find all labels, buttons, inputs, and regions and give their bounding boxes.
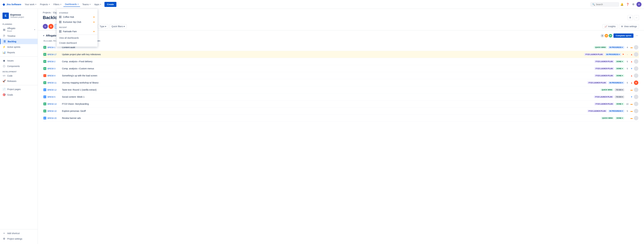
- story-points: 10: [626, 103, 629, 105]
- sidebar-item-issues[interactable]: ◉ Issues: [0, 58, 38, 63]
- status-tag[interactable]: IN PROGRESS ▾: [605, 53, 621, 56]
- view-all-dashboards-link[interactable]: View all dashboards: [57, 35, 98, 40]
- issue-key: BREW-20: [48, 117, 60, 119]
- issue-row[interactable]: S BREW-14 FY23 Vision: Storyboarding FY2…: [43, 100, 639, 108]
- sidebar-item-goals[interactable]: 🎯 Goals: [0, 92, 38, 97]
- status-tag[interactable]: DONE ▾: [615, 74, 624, 77]
- status-tag[interactable]: DONE ▾: [615, 117, 624, 119]
- status-tag[interactable]: IN PROGRESS ▾: [608, 81, 624, 84]
- issue-row[interactable]: ✓ BREW-20 Review banner ads QUICK WINS D…: [43, 115, 639, 122]
- sidebar-item-project-pages[interactable]: 📄 Project pages: [0, 86, 38, 92]
- issue-summary: Journey mapping workshop w/ Beanz: [62, 81, 586, 84]
- issue-row[interactable]: S BREW-11 Journey mapping workshop w/ Be…: [43, 79, 639, 86]
- epic-tag: FY23 LAUNCH PLAN: [594, 96, 614, 98]
- app-logo[interactable]: ◆ Jira Software: [2, 2, 21, 6]
- chevron-down-icon: ▾: [90, 3, 90, 5]
- status-tag[interactable]: DONE ▾: [615, 67, 624, 70]
- type-filter-button[interactable]: Type ▾: [98, 24, 108, 29]
- assignee-avatar: [634, 59, 638, 64]
- quick-filters-button[interactable]: Quick filters ▾: [110, 24, 127, 29]
- create-button[interactable]: Create: [104, 2, 116, 7]
- notifications-button[interactable]: 🔔: [620, 2, 624, 7]
- issue-summary: Content audit: [62, 46, 592, 49]
- sprint-goal: As a user, I'm able to jump on..., and p…: [43, 40, 639, 42]
- status-tag[interactable]: IN PROGRESS ▾: [608, 110, 624, 112]
- dashboard-item-exclusive-sip[interactable]: Exclusive Sip Club ★: [57, 19, 98, 24]
- project-icon: E: [2, 12, 9, 19]
- breadcrumb-projects[interactable]: Projects: [43, 11, 51, 14]
- jira-icon: ◆: [2, 2, 5, 6]
- sidebar-item-code[interactable]: </> Code: [0, 73, 38, 78]
- settings-icon: ⚙: [2, 237, 6, 240]
- nav-apps[interactable]: Apps ▾: [93, 2, 102, 6]
- issue-row[interactable]: S BREW-2 Comp. analysis—Food delivery FY…: [43, 58, 639, 65]
- nav-dashboards[interactable]: Dashboards ▾: [64, 2, 80, 7]
- status-tag[interactable]: DONE ▾: [615, 60, 624, 63]
- issue-row[interactable]: ✓ BREW-5 Social content: Week 1 FY23 LAU…: [43, 93, 639, 100]
- create-dashboard-link[interactable]: Create dashboard: [57, 40, 98, 45]
- issue-row[interactable]: S BREW-1 Content audit QUICK WINS IN PRO…: [43, 44, 639, 51]
- priority-icon: ▲: [630, 53, 633, 56]
- chevron-down-icon: ▾: [78, 3, 78, 5]
- insights-button[interactable]: 📈 Insights: [602, 24, 618, 29]
- status-tag[interactable]: TO DO ▾: [615, 88, 624, 91]
- settings-button[interactable]: ⚙: [631, 2, 636, 7]
- issue-row[interactable]: S BREW-17 Update project plan with key m…: [43, 51, 639, 58]
- filter-avatar-2[interactable]: B: [48, 24, 54, 29]
- assignee-avatar: [634, 109, 638, 113]
- issue-row[interactable]: S BREW-3 Comp. analysis—Custom menus FY2…: [43, 65, 639, 72]
- epic-tag: QUICK WINS: [600, 88, 614, 91]
- issue-key: BREW-2: [48, 60, 60, 63]
- star-icon: ★: [93, 16, 95, 18]
- sidebar-item-affogato[interactable]: ▤ AffogatoBoard ▾: [0, 26, 38, 33]
- sidebar-item-releases[interactable]: 🚀 Releases: [0, 78, 38, 84]
- sidebar-item-components[interactable]: ⬡ Components: [0, 63, 38, 69]
- issue-row[interactable]: ✓ BREW-12 Taste test: Round 1 (vanilla e…: [43, 86, 639, 93]
- sidebar-item-timeline[interactable]: ⏱ Timeline: [0, 33, 38, 39]
- chevron-down-icon: ▾: [36, 3, 36, 5]
- issue-key: BREW-11: [48, 82, 60, 84]
- priority-icon: ▼: [630, 67, 633, 70]
- sprint-more-button[interactable]: ···: [635, 34, 639, 37]
- search-bar[interactable]: 🔍: [590, 2, 619, 6]
- dashboard-item-fairtrade[interactable]: Fairtrade Fam ★: [57, 29, 98, 34]
- complete-sprint-button[interactable]: Complete sprint: [614, 33, 634, 38]
- sprint-collapse-icon[interactable]: ▼: [43, 34, 45, 37]
- more-button[interactable]: ···: [634, 15, 639, 20]
- nav-projects[interactable]: Projects ▾: [38, 2, 51, 6]
- top-nav: ◆ Jira Software Your work ▾ Projects ▾ F…: [0, 0, 644, 9]
- user-avatar[interactable]: U: [636, 2, 642, 7]
- share-button[interactable]: ⬆: [628, 15, 633, 20]
- epic-tag: FY23 LAUNCH PLAN: [584, 53, 604, 56]
- issue-type-icon: S: [44, 53, 46, 56]
- issue-row[interactable]: S BREW-10 Explore personas: Geoff FY23 L…: [43, 108, 639, 115]
- sprint-actions: 0 14 23 Complete sprint ···: [600, 33, 639, 38]
- filter-bar: U B Only My Issues Recently updated Type…: [38, 23, 644, 30]
- search-input[interactable]: [596, 3, 615, 6]
- nav-teams[interactable]: Teams ▾: [81, 2, 92, 6]
- sidebar-item-active-sprints[interactable]: ⚡ Active sprints: [0, 44, 38, 50]
- status-tag[interactable]: IN PROGRESS ▾: [608, 46, 624, 49]
- status-tag[interactable]: DONE ▾: [615, 103, 624, 105]
- star-icon: ★: [93, 30, 95, 33]
- dashboard-item-coffee-hub[interactable]: Coffee Hub ★: [57, 14, 98, 19]
- filter-avatar-1[interactable]: U: [43, 24, 48, 29]
- sidebar-item-add-shortcut[interactable]: + Add shortcut: [0, 231, 38, 236]
- nav-your-work[interactable]: Your work ▾: [23, 2, 38, 6]
- sidebar-item-project-settings[interactable]: ⚙ Project settings: [0, 236, 38, 242]
- chevron-down-icon: ▾: [105, 25, 106, 28]
- story-points: 4: [626, 46, 629, 49]
- sidebar-item-backlog[interactable]: ☰ Backlog: [0, 39, 38, 44]
- issue-row[interactable]: ! BREW-4 Something's up with the load sc…: [43, 72, 639, 79]
- dashboard-grid-icon: [59, 16, 61, 18]
- nav-filters[interactable]: Filters ▾: [52, 2, 63, 6]
- view-settings-button[interactable]: ⚙ View settings: [619, 24, 639, 29]
- sidebar-divider: [0, 56, 38, 57]
- status-tag[interactable]: TO DO ▾: [615, 96, 624, 98]
- star-icon: ★: [93, 21, 95, 23]
- help-button[interactable]: ❓: [625, 2, 630, 7]
- sprint-badges: 0 14 23: [600, 34, 612, 37]
- starred-section-label: STARRED: [57, 10, 98, 14]
- sidebar-item-reports[interactable]: 📊 Reports: [0, 50, 38, 55]
- sprint-section: ▼ Affogato 13 May – 27... 0 14 23 Comple…: [43, 33, 639, 122]
